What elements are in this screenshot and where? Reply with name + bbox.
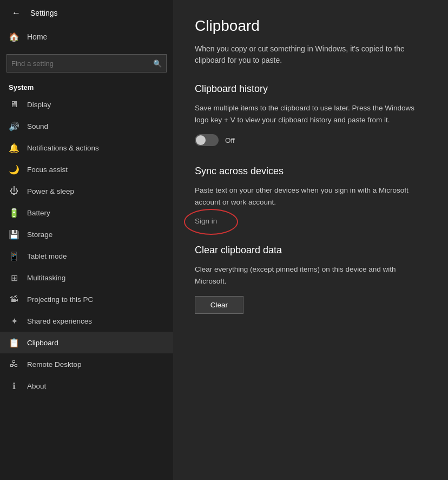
sidebar-item-label: Shared experiences — [27, 317, 92, 325]
main-content: Clipboard When you copy or cut something… — [173, 0, 448, 480]
shared-experiences-icon: ✦ — [9, 315, 19, 326]
clear-button[interactable]: Clear — [195, 296, 243, 314]
clipboard-history-section: Clipboard history Save multiple items to… — [195, 83, 426, 146]
sidebar-item-label: Power & sleep — [27, 187, 74, 195]
sidebar-item-label: Notifications & actions — [27, 144, 99, 152]
sidebar-item-storage[interactable]: 💾 Storage — [0, 223, 173, 245]
sidebar-item-tablet-mode[interactable]: 📱 Tablet mode — [0, 245, 173, 267]
battery-icon: 🔋 — [9, 207, 19, 218]
clipboard-history-toggle-row: Off — [195, 134, 426, 146]
clipboard-history-toggle[interactable] — [195, 134, 219, 146]
sidebar-item-home[interactable]: 🏠 Home — [0, 26, 173, 48]
sidebar-item-label: Focus assist — [27, 166, 68, 174]
back-button[interactable]: ← — [9, 5, 24, 21]
clipboard-history-heading: Clipboard history — [195, 83, 426, 95]
sidebar-item-label: Sound — [27, 122, 48, 130]
clear-clipboard-heading: Clear clipboard data — [195, 245, 426, 256]
clear-clipboard-description: Clear everything (except pinned items) o… — [195, 264, 426, 287]
sidebar-item-remote-desktop[interactable]: 🖧 Remote Desktop — [0, 353, 173, 375]
sidebar-item-label: Multitasking — [27, 274, 65, 282]
sidebar-item-label: Clipboard — [27, 339, 58, 347]
sidebar-item-about[interactable]: ℹ About — [0, 375, 173, 397]
toggle-thumb — [196, 135, 206, 145]
clipboard-icon: 📋 — [9, 337, 19, 348]
sync-devices-section: Sync across devices Paste text on your o… — [195, 166, 426, 225]
sidebar-item-clipboard[interactable]: 📋 Clipboard — [0, 332, 173, 353]
sign-in-link[interactable]: Sign in — [195, 217, 217, 225]
sidebar-item-multitasking[interactable]: ⊞ Multitasking — [0, 267, 173, 288]
sidebar-item-label: About — [27, 382, 46, 390]
toggle-label: Off — [225, 136, 235, 144]
remote-desktop-icon: 🖧 — [9, 359, 19, 370]
sidebar-item-label: Tablet mode — [27, 252, 67, 260]
sidebar-title: Settings — [30, 9, 58, 17]
sidebar-item-projecting[interactable]: 📽 Projecting to this PC — [0, 288, 173, 310]
sidebar-item-label: Storage — [27, 231, 52, 239]
sidebar-item-shared-experiences[interactable]: ✦ Shared experiences — [0, 310, 173, 332]
clear-clipboard-section: Clear clipboard data Clear everything (e… — [195, 245, 426, 313]
page-title: Clipboard — [195, 17, 426, 35]
home-icon: 🏠 — [9, 31, 19, 42]
multitasking-icon: ⊞ — [9, 272, 19, 283]
search-input[interactable] — [7, 57, 149, 70]
sidebar-item-notifications[interactable]: 🔔 Notifications & actions — [0, 137, 173, 159]
sidebar-item-battery[interactable]: 🔋 Battery — [0, 202, 173, 223]
search-container: 🔍 — [0, 50, 173, 77]
sidebar-item-power-sleep[interactable]: ⏻ Power & sleep — [0, 180, 173, 202]
storage-icon: 💾 — [9, 229, 19, 240]
back-icon: ← — [12, 8, 21, 18]
sync-devices-heading: Sync across devices — [195, 166, 426, 177]
focus-assist-icon: 🌙 — [9, 164, 19, 175]
sidebar: ← Settings 🏠 Home 🔍 System 🖥 Display 🔊 S… — [0, 0, 173, 480]
notifications-icon: 🔔 — [9, 142, 19, 153]
display-icon: 🖥 — [9, 99, 19, 110]
search-button[interactable]: 🔍 — [149, 57, 166, 70]
sidebar-item-label: Battery — [27, 209, 50, 217]
search-box: 🔍 — [6, 54, 167, 73]
system-section-label: System — [0, 79, 173, 94]
sidebar-item-focus-assist[interactable]: 🌙 Focus assist — [0, 159, 173, 180]
sidebar-item-label: Remote Desktop — [27, 360, 82, 369]
tablet-mode-icon: 📱 — [9, 251, 19, 261]
home-label: Home — [27, 32, 47, 41]
sync-devices-description: Paste text on your other devices when yo… — [195, 185, 426, 208]
clipboard-history-description: Save multiple items to the clipboard to … — [195, 102, 426, 126]
page-description: When you copy or cut something in Window… — [195, 43, 426, 66]
about-icon: ℹ — [9, 380, 19, 391]
sidebar-item-label: Display — [27, 101, 51, 109]
sidebar-item-sound[interactable]: 🔊 Sound — [0, 115, 173, 137]
projecting-icon: 📽 — [9, 294, 19, 305]
sidebar-header: ← Settings — [0, 0, 173, 26]
sound-icon: 🔊 — [9, 121, 19, 131]
sidebar-item-label: Projecting to this PC — [27, 295, 93, 304]
power-sleep-icon: ⏻ — [9, 186, 19, 196]
sidebar-item-display[interactable]: 🖥 Display — [0, 94, 173, 115]
